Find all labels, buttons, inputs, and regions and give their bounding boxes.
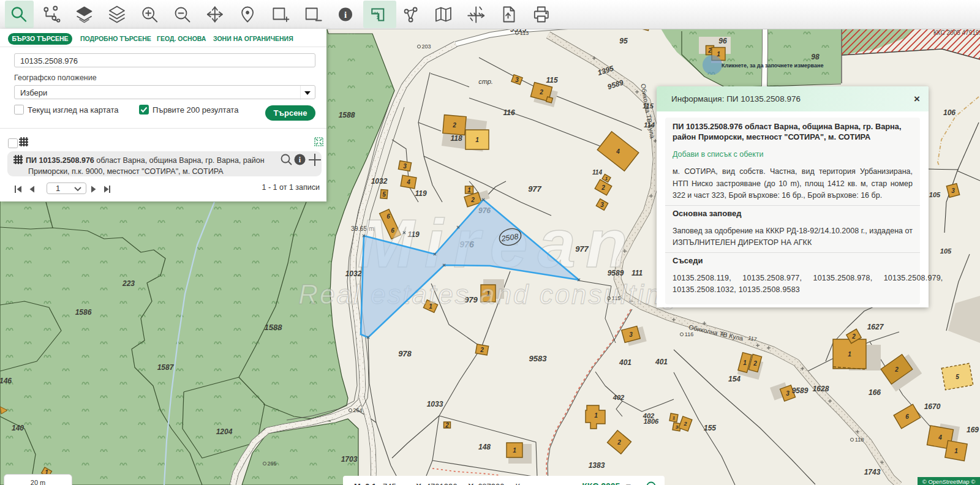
svg-text:2: 2 [470,197,475,203]
svg-text:1: 1 [513,447,516,454]
svg-text:3: 3 [515,77,519,83]
svg-text:1: 1 [467,187,471,194]
svg-text:146: 146 [0,377,12,385]
svg-text:2: 2 [617,439,621,446]
svg-text:154: 154 [728,375,741,383]
svg-text:2: 2 [683,421,687,427]
svg-text:223: 223 [122,279,135,288]
svg-text:1033: 1033 [427,400,443,408]
svg-text:203: 203 [421,43,431,50]
svg-text:105: 105 [929,191,941,198]
svg-text:98: 98 [811,53,820,61]
svg-text:116: 116 [685,331,693,337]
svg-text:1588: 1588 [265,323,283,332]
svg-text:118: 118 [450,134,462,143]
svg-text:3: 3 [403,163,407,170]
svg-text:2: 2 [753,360,757,367]
svg-text:118: 118 [855,437,864,443]
svg-text:9583: 9583 [529,354,548,363]
svg-text:2: 2 [601,184,605,191]
svg-text:169: 169 [967,426,979,434]
svg-text:1: 1 [673,415,676,421]
svg-text:1204: 1204 [216,427,233,436]
svg-text:1587: 1587 [157,363,175,372]
svg-text:978: 978 [398,349,412,358]
svg-text:Кликнете, за да започнете изме: Кликнете, за да започнете измерване [722,62,823,69]
svg-text:2: 2 [539,89,543,96]
svg-text:1: 1 [848,351,851,358]
svg-text:1: 1 [475,137,479,143]
svg-text:1806: 1806 [644,418,659,425]
svg-text:96: 96 [718,37,727,45]
svg-text:4: 4 [406,179,410,186]
svg-text:5: 5 [956,374,959,380]
svg-text:2: 2 [445,422,449,429]
svg-text:1743: 1743 [864,468,881,476]
svg-text:1383: 1383 [589,461,605,470]
svg-text:4: 4 [616,148,620,155]
svg-text:105: 105 [940,247,952,255]
svg-text:264: 264 [353,407,362,413]
svg-text:95: 95 [619,37,628,45]
svg-text:1032: 1032 [371,177,388,186]
svg-text:5: 5 [382,191,386,198]
svg-text:1670: 1670 [924,402,941,411]
svg-text:i: i [344,10,347,20]
svg-text:3: 3 [629,331,633,338]
svg-text:2: 2 [707,47,712,54]
svg-text:148: 148 [478,443,491,451]
svg-text:3: 3 [786,390,790,397]
svg-text:1: 1 [717,51,720,58]
svg-text:265: 265 [267,461,276,467]
svg-text:402: 402 [612,394,624,401]
svg-text:155: 155 [704,424,716,432]
svg-text:106: 106 [943,108,956,117]
svg-text:1: 1 [594,412,598,419]
svg-text:113: 113 [520,30,529,36]
svg-text:166: 166 [869,388,881,397]
svg-text:1627: 1627 [867,323,884,331]
svg-text:9589: 9589 [792,386,809,395]
svg-text:1628: 1628 [813,385,829,393]
svg-text:3: 3 [951,187,955,194]
svg-text:977: 977 [528,184,541,194]
svg-text:1588: 1588 [339,111,355,119]
svg-text:3: 3 [676,424,679,430]
svg-text:6: 6 [905,413,909,420]
svg-text:1: 1 [743,359,747,366]
svg-text:1703: 1703 [341,455,358,464]
svg-text:114: 114 [592,169,602,176]
svg-text:119: 119 [415,189,426,198]
svg-text:2: 2 [894,366,899,373]
svg-text:116: 116 [503,108,514,117]
svg-text:1: 1 [954,448,958,454]
svg-text:401: 401 [619,358,631,367]
svg-text:1586: 1586 [75,308,92,317]
svg-text:стр.: стр. [478,78,493,85]
svg-text:1: 1 [605,176,608,181]
svg-text:2: 2 [452,122,456,129]
svg-text:140: 140 [12,424,24,432]
svg-text:Real estates and consulting: Real estates and consulting [298,279,679,309]
svg-text:115: 115 [546,76,557,85]
svg-text:4: 4 [938,434,942,441]
svg-text:2: 2 [851,333,856,340]
svg-text:401: 401 [655,358,668,366]
svg-text:2: 2 [480,347,484,353]
